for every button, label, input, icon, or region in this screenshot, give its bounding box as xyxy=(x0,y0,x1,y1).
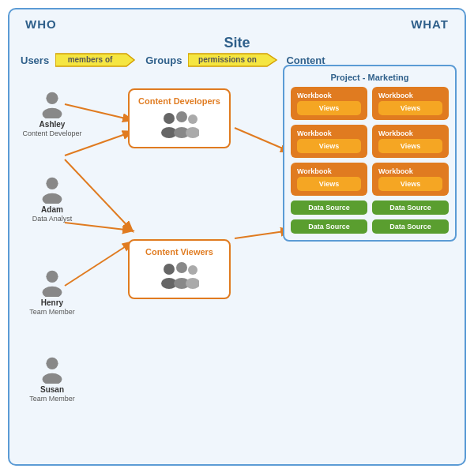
svg-point-23 xyxy=(188,114,198,124)
workbook-item-6: Workbook Views xyxy=(372,163,449,196)
main-container: WHO WHAT Site Users members of Groups pe… xyxy=(8,8,466,466)
workbooks-grid: Workbook Views Workbook Views xyxy=(291,87,449,196)
workbook-label-1: Workbook xyxy=(297,92,361,99)
groups-flow-label: Groups xyxy=(145,54,182,66)
workbook-item-4: Workbook Views xyxy=(372,125,449,158)
svg-point-19 xyxy=(164,113,175,124)
user-name-adam: Adam xyxy=(41,205,63,215)
workbook-label-4: Workbook xyxy=(378,129,442,137)
views-badge-2: Views xyxy=(378,101,442,115)
user-name-susan: Susan xyxy=(40,385,64,395)
group-viewers-title: Content Viewers xyxy=(145,247,213,257)
permissions-on-arrow: permissions on xyxy=(188,51,283,69)
users-flow-label: Users xyxy=(21,54,49,66)
user-role-ashley: Content Developer xyxy=(22,129,81,137)
user-icon-adam xyxy=(37,174,67,204)
views-badge-1: Views xyxy=(297,101,361,115)
datasource-1: Data Source xyxy=(291,201,367,215)
svg-point-13 xyxy=(46,178,58,189)
datasource-4: Data Source xyxy=(372,219,449,234)
project-marketing-box: Project - Marketing Workbook Views xyxy=(283,65,457,242)
workbook-label-2: Workbook xyxy=(378,92,442,99)
what-label: WHAT xyxy=(411,17,449,31)
workbook-label-6: Workbook xyxy=(378,167,442,175)
svg-point-25 xyxy=(164,264,175,275)
user-ashley: Ashley Content Developer xyxy=(21,88,84,137)
users-column: Ashley Content Developer Adam Data Analy… xyxy=(21,81,84,425)
workbook-label-5: Workbook xyxy=(297,167,361,175)
user-henry: Henry Team Member xyxy=(21,267,84,316)
group-developers-title: Content Developers xyxy=(138,96,220,106)
workbook-item-3: Workbook Views xyxy=(291,125,367,158)
svg-point-18 xyxy=(43,373,62,384)
user-adam: Adam Data Analyst xyxy=(21,174,84,223)
views-badge-5: Views xyxy=(297,177,361,191)
diagram-area: Ashley Content Developer Adam Data Analy… xyxy=(9,73,465,464)
group-content-viewers: Content Viewers xyxy=(128,239,231,299)
svg-line-7 xyxy=(235,128,290,152)
workbook-item-5: Workbook Views xyxy=(291,163,367,196)
svg-point-29 xyxy=(188,265,198,275)
groups-column: Content Developers Content Viewers xyxy=(128,73,231,299)
svg-point-17 xyxy=(46,358,58,369)
user-name-ashley: Ashley xyxy=(40,120,66,129)
svg-point-24 xyxy=(186,127,199,138)
datasources-grid: Data Source Data Source Data Source Data… xyxy=(291,201,449,234)
svg-point-12 xyxy=(43,108,62,118)
datasource-3: Data Source xyxy=(291,219,367,234)
views-badge-6: Views xyxy=(378,177,442,191)
svg-line-8 xyxy=(235,231,290,238)
user-role-susan: Team Member xyxy=(29,395,75,403)
svg-point-15 xyxy=(46,271,58,283)
user-icon-ashley xyxy=(37,88,67,118)
user-role-henry: Team Member xyxy=(29,308,75,316)
who-label: WHO xyxy=(25,17,57,31)
user-susan: Susan Team Member xyxy=(21,354,84,403)
svg-point-21 xyxy=(176,111,187,122)
views-badge-4: Views xyxy=(378,139,442,153)
svg-point-27 xyxy=(176,262,187,273)
workbook-item-1: Workbook Views xyxy=(291,87,367,120)
workbook-item-2: Workbook Views xyxy=(372,87,449,120)
user-icon-susan xyxy=(37,354,67,384)
svg-point-30 xyxy=(186,278,199,289)
header-row: WHO WHAT xyxy=(9,17,465,31)
svg-point-14 xyxy=(43,193,62,204)
user-icon-henry xyxy=(37,267,67,297)
group-developers-icon xyxy=(160,109,199,141)
site-label: Site xyxy=(17,35,457,51)
members-of-arrow: members of xyxy=(55,51,142,69)
datasource-2: Data Source xyxy=(372,201,449,215)
svg-point-16 xyxy=(43,287,62,297)
permissions-on-text: permissions on xyxy=(198,55,257,64)
user-role-adam: Data Analyst xyxy=(32,215,73,223)
svg-point-11 xyxy=(46,92,58,104)
group-viewers-icon xyxy=(160,260,199,291)
user-name-henry: Henry xyxy=(41,298,63,308)
project-title: Project - Marketing xyxy=(291,73,449,82)
group-content-developers: Content Developers xyxy=(128,88,231,148)
members-of-text: members of xyxy=(68,55,113,64)
workbook-label-3: Workbook xyxy=(297,129,361,137)
views-badge-3: Views xyxy=(297,139,361,153)
